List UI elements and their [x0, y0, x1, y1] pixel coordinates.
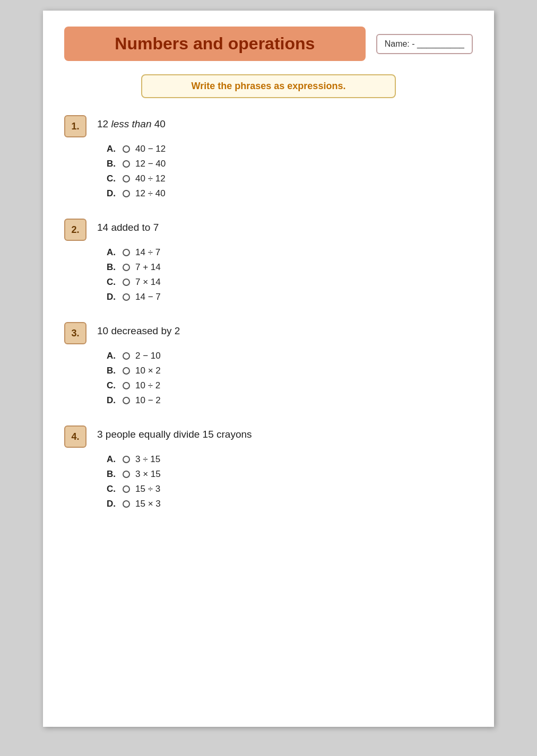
option-item-2-2[interactable]: B.7 + 14 — [107, 262, 473, 273]
option-item-1-1[interactable]: A.40 − 12 — [107, 144, 473, 154]
radio-circle-2-3[interactable] — [123, 279, 130, 286]
radio-circle-3-4[interactable] — [123, 397, 130, 404]
radio-circle-4-4[interactable] — [123, 500, 130, 508]
option-item-3-4[interactable]: D.10 − 2 — [107, 395, 473, 406]
question-row-1: 1.12 less than 40 — [64, 114, 473, 137]
option-text-2-1: 14 ÷ 7 — [135, 247, 160, 258]
question-block-2: 2.14 added to 7A.14 ÷ 7B.7 + 14C.7 × 14D… — [64, 218, 473, 302]
question-number-4: 4. — [64, 425, 86, 448]
option-label-2-1: A. — [107, 247, 119, 258]
question-block-3: 3.10 decreased by 2A.2 − 10B.10 × 2C.10 … — [64, 321, 473, 406]
option-item-3-2[interactable]: B.10 × 2 — [107, 366, 473, 376]
option-item-4-4[interactable]: D.15 × 3 — [107, 499, 473, 509]
radio-circle-1-4[interactable] — [123, 190, 130, 197]
options-list-2: A.14 ÷ 7B.7 + 14C.7 × 14D.14 − 7 — [107, 247, 473, 302]
questions-container: 1.12 less than 40A.40 − 12B.12 − 40C.40 … — [64, 114, 473, 509]
question-number-3: 3. — [64, 322, 86, 344]
question-row-3: 3.10 decreased by 2 — [64, 321, 473, 344]
option-text-3-4: 10 − 2 — [135, 395, 161, 406]
option-text-4-4: 15 × 3 — [135, 499, 161, 509]
radio-circle-1-3[interactable] — [123, 175, 130, 183]
radio-circle-4-1[interactable] — [123, 456, 130, 463]
option-text-4-2: 3 × 15 — [135, 469, 161, 480]
option-label-1-3: C. — [107, 173, 119, 184]
option-text-4-1: 3 ÷ 15 — [135, 454, 160, 465]
radio-circle-3-2[interactable] — [123, 367, 130, 375]
option-text-3-2: 10 × 2 — [135, 366, 161, 376]
question-text-2: 14 added to 7 — [97, 218, 159, 233]
instruction-text: Write the phrases as expressions. — [192, 81, 346, 91]
option-text-2-4: 14 − 7 — [135, 292, 161, 302]
options-list-4: A.3 ÷ 15B.3 × 15C.15 ÷ 3D.15 × 3 — [107, 454, 473, 509]
option-text-2-2: 7 + 14 — [135, 262, 161, 273]
option-item-2-1[interactable]: A.14 ÷ 7 — [107, 247, 473, 258]
option-label-1-4: D. — [107, 188, 119, 199]
option-item-1-4[interactable]: D.12 ÷ 40 — [107, 188, 473, 199]
question-text-1: 12 less than 40 — [97, 114, 166, 130]
question-text-3: 10 decreased by 2 — [97, 321, 180, 337]
question-block-4: 4.3 people equally divide 15 crayonsA.3 … — [64, 424, 473, 509]
radio-circle-1-2[interactable] — [123, 160, 130, 168]
radio-circle-4-3[interactable] — [123, 485, 130, 493]
question-row-2: 2.14 added to 7 — [64, 218, 473, 241]
name-field[interactable]: Name: - __________ — [376, 34, 473, 54]
option-text-3-1: 2 − 10 — [135, 351, 161, 361]
worksheet-page: Numbers and operations Name: - _________… — [43, 11, 494, 727]
option-label-3-3: C. — [107, 380, 119, 391]
option-item-2-4[interactable]: D.14 − 7 — [107, 292, 473, 302]
page-title: Numbers and operations — [85, 34, 344, 54]
option-item-3-1[interactable]: A.2 − 10 — [107, 351, 473, 361]
option-label-3-2: B. — [107, 366, 119, 376]
option-label-2-2: B. — [107, 262, 119, 273]
option-label-4-4: D. — [107, 499, 119, 509]
radio-circle-2-2[interactable] — [123, 264, 130, 271]
option-text-4-3: 15 ÷ 3 — [135, 484, 160, 494]
option-item-4-3[interactable]: C.15 ÷ 3 — [107, 484, 473, 494]
radio-circle-3-1[interactable] — [123, 352, 130, 360]
option-text-1-2: 12 − 40 — [135, 159, 166, 169]
option-label-1-2: B. — [107, 159, 119, 169]
option-item-2-3[interactable]: C.7 × 14 — [107, 277, 473, 288]
option-label-4-3: C. — [107, 484, 119, 494]
option-item-3-3[interactable]: C.10 ÷ 2 — [107, 380, 473, 391]
radio-circle-3-3[interactable] — [123, 382, 130, 389]
option-label-4-2: B. — [107, 469, 119, 480]
question-text-4: 3 people equally divide 15 crayons — [97, 424, 252, 440]
radio-circle-4-2[interactable] — [123, 471, 130, 478]
option-text-1-3: 40 ÷ 12 — [135, 173, 166, 184]
option-text-2-3: 7 × 14 — [135, 277, 161, 288]
option-label-3-1: A. — [107, 351, 119, 361]
options-list-1: A.40 − 12B.12 − 40C.40 ÷ 12D.12 ÷ 40 — [107, 144, 473, 199]
option-label-3-4: D. — [107, 395, 119, 406]
option-item-1-3[interactable]: C.40 ÷ 12 — [107, 173, 473, 184]
radio-circle-2-4[interactable] — [123, 293, 130, 301]
option-item-1-2[interactable]: B.12 − 40 — [107, 159, 473, 169]
option-label-2-3: C. — [107, 277, 119, 288]
option-label-4-1: A. — [107, 454, 119, 465]
option-label-2-4: D. — [107, 292, 119, 302]
radio-circle-2-1[interactable] — [123, 249, 130, 256]
option-text-3-3: 10 ÷ 2 — [135, 380, 160, 391]
header-row: Numbers and operations Name: - _________… — [64, 27, 473, 61]
question-row-4: 4.3 people equally divide 15 crayons — [64, 424, 473, 448]
question-number-1: 1. — [64, 115, 86, 137]
option-label-1-1: A. — [107, 144, 119, 154]
options-list-3: A.2 − 10B.10 × 2C.10 ÷ 2D.10 − 2 — [107, 351, 473, 406]
option-item-4-2[interactable]: B.3 × 15 — [107, 469, 473, 480]
option-text-1-1: 40 − 12 — [135, 144, 166, 154]
question-block-1: 1.12 less than 40A.40 − 12B.12 − 40C.40 … — [64, 114, 473, 199]
instruction-box: Write the phrases as expressions. — [141, 74, 396, 98]
title-box: Numbers and operations — [64, 27, 366, 61]
option-text-1-4: 12 ÷ 40 — [135, 188, 166, 199]
radio-circle-1-1[interactable] — [123, 145, 130, 153]
question-number-2: 2. — [64, 219, 86, 241]
option-item-4-1[interactable]: A.3 ÷ 15 — [107, 454, 473, 465]
